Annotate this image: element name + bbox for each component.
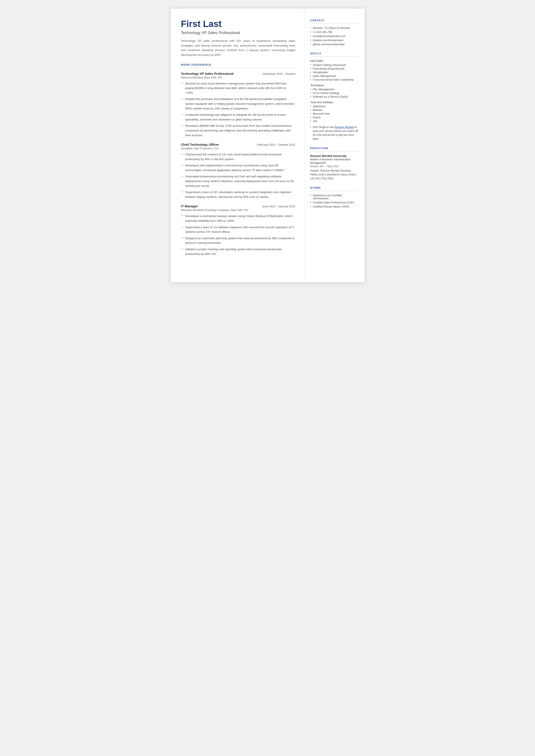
other-title: OTHER: [310, 186, 358, 191]
edu-degree-1: Master of Business Administration: [310, 158, 358, 161]
job-company-2: Growthsi, San Francisco, CA: [181, 147, 296, 150]
education-title: EDUCATION: [310, 147, 358, 151]
promo-text: Don't forget to use Resume Worded to sca…: [310, 125, 358, 141]
skills-title: SKILLS: [310, 52, 358, 56]
skills-hard-label: Hard Skills:: [310, 60, 358, 63]
skills-techniques: Techniques: P&L Management Go-to-market …: [310, 84, 358, 98]
edu-block-1: Resume Worded University Master of Busin…: [310, 154, 358, 181]
contact-email: email@resumeworded.com: [310, 35, 358, 38]
bullet-1-3: Conducted technology due diligence to in…: [181, 113, 296, 122]
job-bullets-3: Developed a centralized backup solution …: [181, 214, 296, 256]
bullet-2-1: Championed the creation of 13+ new cloud…: [181, 152, 296, 161]
job-subtitle: Technology VP Sales Professional: [181, 31, 296, 35]
job-dates-2: February 2013 – October 2015: [257, 143, 296, 146]
job-block-3: IT Manager June 2010 – January 2013 Resu…: [181, 204, 296, 256]
bullet-3-2: Supervised a team of 13 software enginee…: [181, 225, 296, 234]
skills-section: SKILLS Hard Skills: Solution Selling (Ad…: [310, 52, 358, 141]
edu-location-1: Boston, MA — May 2010: [310, 165, 358, 168]
bullet-3-3: Designed an automatic patching system th…: [181, 236, 296, 245]
contact-section: CONTACT Houston, TX (Open to Remote) +1-…: [310, 19, 358, 46]
other-list: Salesforce.com Certified Administrator. …: [310, 194, 358, 208]
skill-h1: Solution Selling (Advanced): [310, 64, 358, 67]
right-column: CONTACT Houston, TX (Open to Remote) +1-…: [304, 9, 365, 282]
bullet-1-1: Devised an early fraud detection managem…: [181, 81, 296, 95]
job-header-3: IT Manager June 2010 – January 2013: [181, 204, 296, 208]
full-name: First Last: [181, 19, 296, 29]
contact-list: Houston, TX (Open to Remote) +1-234-456-…: [310, 26, 358, 46]
job-title-3: IT Manager: [181, 204, 198, 208]
edu-field-1: Management: [310, 161, 358, 164]
other-item-1: Salesforce.com Certified Administrator.: [310, 194, 358, 200]
job-block-2: Chief Technology Officer February 2013 –…: [181, 143, 296, 199]
skills-tools-list: Salesforce Marketo Microsoft Visio Asana…: [310, 105, 358, 123]
job-bullets-2: Championed the creation of 13+ new cloud…: [181, 152, 296, 199]
bullet-2-4: Supervised a team of 32+ developers work…: [181, 190, 296, 199]
skills-techniques-label: Techniques:: [310, 84, 358, 87]
job-header-2: Chief Technology Officer February 2013 –…: [181, 143, 296, 146]
contact-phone: +1-234-456-789: [310, 31, 358, 34]
other-item-2: Certified Sales Professional (CSP).: [310, 201, 358, 204]
skills-tools-label: Tools and Software:: [310, 101, 358, 104]
left-column: First Last Technology VP Sales Professio…: [171, 9, 304, 282]
skill-t2: Go-to-market Strategy: [310, 92, 358, 95]
bullet-1-4: Revoked a $400M offer to buy 175K access…: [181, 124, 296, 137]
skill-h2: Forecasting (Experienced): [310, 67, 358, 70]
job-title-2: Chief Technology Officer: [181, 143, 219, 146]
skill-sw1: Salesforce: [310, 105, 358, 108]
bullet-3-4: Initiated a project tracking and reporti…: [181, 247, 296, 256]
bullet-2-3: Automated infrastructure provisioning vi…: [181, 174, 296, 188]
skill-sw2: Marketo: [310, 109, 358, 112]
skill-h4: Sales Management: [310, 74, 358, 78]
job-dates-1: November 2015 – Present: [263, 72, 296, 75]
contact-title: CONTACT: [310, 19, 358, 23]
contact-github[interactable]: github.com/resumeworded: [310, 43, 358, 46]
bullet-1-2: Initiated the purchase and installation …: [181, 97, 296, 111]
skill-h5: Cross-functional Team Leadership: [310, 78, 358, 81]
contact-location: Houston, TX (Open to Remote): [310, 26, 358, 30]
edu-school-1: Resume Worded University: [310, 154, 358, 157]
skills-hard-list: Solution Selling (Advanced) Forecasting …: [310, 64, 358, 81]
job-company-1: Resume Worded, New York, NY: [181, 76, 296, 79]
skill-sw4: Asana: [310, 116, 358, 119]
contact-linkedin[interactable]: linkedin.com/in/username: [310, 39, 358, 42]
education-section: EDUCATION Resume Worded University Maste…: [310, 147, 358, 181]
promo-link[interactable]: Resume Worded: [335, 126, 354, 129]
job-bullets-1: Devised an early fraud detection managem…: [181, 81, 296, 138]
skill-t1: P&L Management: [310, 88, 358, 91]
job-header-1: Technology VP Sales Professional Novembe…: [181, 72, 296, 75]
work-experience-title: WORK EXPERIENCE: [181, 63, 296, 68]
skill-sw3: Microsoft Visio: [310, 112, 358, 115]
job-company-3: Resume Worded's Exciting Company, New Yo…: [181, 209, 296, 211]
skill-h3: Virtualization: [310, 71, 358, 74]
skills-hard: Hard Skills: Solution Selling (Advanced)…: [310, 60, 358, 81]
skills-tools: Tools and Software: Salesforce Marketo M…: [310, 101, 358, 123]
other-item-3: Certified Ethical Hacker (CEH).: [310, 205, 358, 208]
job-dates-3: June 2010 – January 2013: [262, 205, 296, 208]
summary-section: Technology VP sales professional with 10…: [181, 39, 296, 57]
skill-sw5: Jira: [310, 120, 358, 123]
other-section: OTHER Salesforce.com Certified Administr…: [310, 186, 358, 208]
resume-page: First Last Technology VP Sales Professio…: [171, 9, 365, 282]
summary-text: Technology VP sales professional with 10…: [181, 39, 296, 57]
edu-awards-1: Awards: Resume Worded Teaching Fellow (o…: [310, 169, 358, 181]
job-block-1: Technology VP Sales Professional Novembe…: [181, 72, 296, 138]
job-title-1: Technology VP Sales Professional: [181, 72, 234, 75]
skills-techniques-list: P&L Management Go-to-market Strategy Sof…: [310, 88, 358, 98]
bullet-3-1: Developed a centralized backup solution …: [181, 214, 296, 223]
skill-t3: Software as a Service (SaaS): [310, 95, 358, 98]
name-section: First Last Technology VP Sales Professio…: [181, 19, 296, 35]
bullet-2-2: Developed and implemented a microservice…: [181, 163, 296, 172]
promo-prefix: Don't forget to use: [313, 126, 335, 129]
